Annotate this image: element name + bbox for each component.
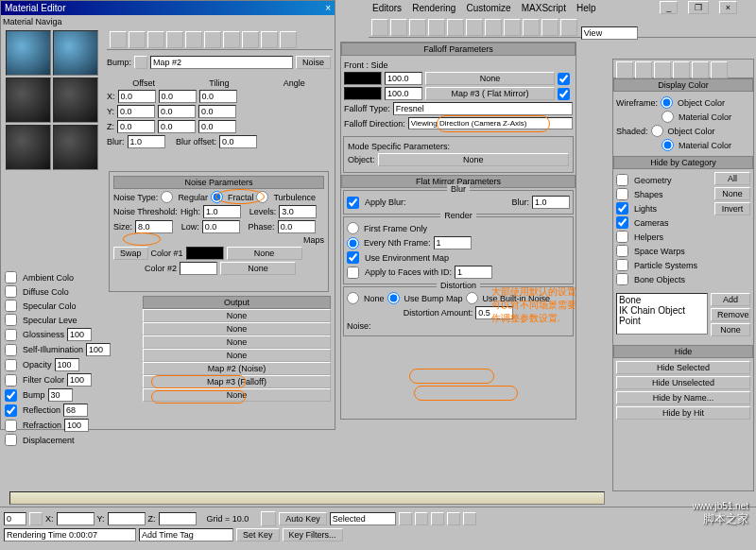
x-offset-input[interactable] — [118, 90, 156, 103]
opacity-check[interactable] — [5, 359, 17, 371]
sample-sphere[interactable] — [53, 77, 98, 123]
bump-check[interactable] — [5, 389, 17, 402]
toolbar-icon[interactable] — [485, 19, 502, 36]
selfill-check[interactable] — [5, 344, 17, 356]
play-icon[interactable] — [431, 512, 444, 525]
cameras-check[interactable] — [616, 216, 628, 229]
hide-byname-button[interactable]: Hide by Name... — [616, 391, 750, 404]
noise-turbulence-radio[interactable] — [256, 191, 268, 203]
side-swatch[interactable] — [344, 87, 382, 100]
keymode-combo[interactable]: Selected — [330, 512, 396, 525]
view-combo[interactable]: View — [581, 26, 638, 40]
sample-sphere[interactable] — [53, 125, 98, 170]
distortion-amount-input[interactable] — [475, 306, 513, 319]
menu-maxscript[interactable]: MAXScript — [522, 3, 566, 13]
toolbar-icon[interactable] — [242, 31, 259, 48]
none-button[interactable]: None — [714, 187, 750, 200]
refraction-check[interactable] — [5, 420, 17, 432]
frame-input[interactable] — [4, 512, 26, 525]
distortion-none-radio[interactable] — [347, 292, 359, 304]
hierarchy-tab-icon[interactable] — [654, 61, 671, 78]
selfill-amount[interactable] — [86, 343, 111, 356]
side-map-button[interactable]: Map #3 ( Flat Mirror) — [425, 87, 555, 100]
gloss-map-button[interactable]: None — [143, 309, 331, 322]
high-input[interactable] — [203, 205, 241, 218]
motion-tab-icon[interactable] — [673, 61, 690, 78]
toolbar-icon[interactable] — [371, 19, 388, 36]
goto-start-icon[interactable] — [399, 512, 412, 525]
wf-objcolor-radio[interactable] — [661, 96, 673, 109]
refraction-map-button[interactable]: None — [143, 388, 331, 402]
reflection-map-button[interactable]: Map #3 (Falloff) — [143, 375, 331, 388]
window-restore-icon[interactable]: ❐ — [688, 1, 709, 14]
gloss-amount[interactable] — [67, 328, 92, 341]
geometry-check[interactable] — [616, 174, 628, 186]
utilities-tab-icon[interactable] — [711, 61, 728, 78]
z-tiling-input[interactable] — [158, 120, 196, 133]
timetag-field[interactable]: Add Time Tag — [139, 528, 233, 541]
toolbar-icon[interactable] — [204, 31, 221, 48]
y-status-input[interactable] — [108, 512, 146, 525]
toolbar-icon[interactable] — [447, 19, 464, 36]
toolbar-icon[interactable] — [261, 31, 278, 48]
filter-map-button[interactable]: None — [143, 349, 331, 362]
toolbar-icon[interactable] — [280, 31, 297, 48]
reflection-amount[interactable] — [63, 404, 88, 417]
noise-fractal-radio[interactable] — [211, 191, 223, 203]
modify-tab-icon[interactable] — [635, 61, 652, 78]
menu-help[interactable]: Help — [576, 3, 596, 13]
eyedropper-icon[interactable] — [134, 56, 147, 69]
toolbar-icon[interactable] — [223, 31, 240, 48]
refraction-amount[interactable] — [64, 419, 89, 432]
setkey-button[interactable]: Set Key — [236, 528, 280, 541]
toolbar-icon[interactable] — [147, 31, 164, 48]
noise-regular-radio[interactable] — [161, 191, 173, 203]
opacity-amount[interactable] — [55, 358, 79, 371]
hide-unselected-button[interactable]: Hide Unselected — [616, 376, 750, 389]
noise-type-button[interactable]: Noise — [296, 56, 331, 69]
ambient-check[interactable] — [5, 271, 17, 284]
bump-amount[interactable] — [48, 388, 73, 402]
sample-sphere[interactable] — [6, 77, 51, 123]
y-offset-input[interactable] — [117, 105, 155, 118]
sample-sphere[interactable] — [6, 125, 51, 170]
map-name-combo[interactable]: Map #2 — [150, 56, 293, 69]
z-angle-input[interactable] — [198, 120, 236, 133]
all-button[interactable]: All — [714, 172, 750, 185]
first-frame-radio[interactable] — [347, 222, 359, 234]
displacement-check[interactable] — [5, 434, 17, 446]
front-map-button[interactable]: None — [425, 72, 555, 85]
toolbar-icon[interactable] — [466, 19, 483, 36]
selfill-map-button[interactable]: None — [143, 322, 331, 335]
front-swatch[interactable] — [344, 72, 382, 85]
specularl-check[interactable] — [5, 314, 17, 326]
hide-byhit-button[interactable]: Hide by Hit — [616, 406, 750, 420]
x-angle-input[interactable] — [199, 90, 237, 103]
invert-button[interactable]: Invert — [714, 202, 750, 215]
applyface-check[interactable] — [347, 266, 359, 279]
toolbar-icon[interactable] — [129, 31, 146, 48]
blur-input[interactable] — [128, 135, 165, 148]
filter-amount[interactable] — [67, 373, 92, 387]
wf-matcolor-radio[interactable] — [662, 111, 674, 123]
hide-selected-button[interactable]: Hide Selected — [616, 361, 750, 374]
x-tiling-input[interactable] — [159, 90, 197, 103]
sh-objcolor-radio[interactable] — [651, 125, 663, 137]
fm-blur-input[interactable] — [532, 196, 570, 209]
sample-slots[interactable] — [5, 29, 105, 171]
y-tiling-input[interactable] — [158, 105, 196, 118]
specularc-check[interactable] — [5, 300, 17, 312]
menu-customize[interactable]: Customize — [466, 3, 510, 13]
color2-swatch[interactable] — [180, 262, 217, 275]
lock-icon[interactable] — [29, 512, 43, 525]
every-nth-radio[interactable] — [347, 237, 359, 249]
x-status-input[interactable] — [57, 512, 94, 525]
side-amount[interactable] — [385, 87, 422, 100]
z-status-input[interactable] — [159, 512, 197, 525]
spacewarps-check[interactable] — [616, 245, 628, 257]
toolbar-icon[interactable] — [409, 19, 426, 36]
falloff-type-combo[interactable]: Fresnel — [393, 102, 573, 115]
toolbar-icon[interactable] — [166, 31, 183, 48]
next-frame-icon[interactable] — [447, 512, 460, 525]
face-id-input[interactable] — [455, 266, 492, 279]
